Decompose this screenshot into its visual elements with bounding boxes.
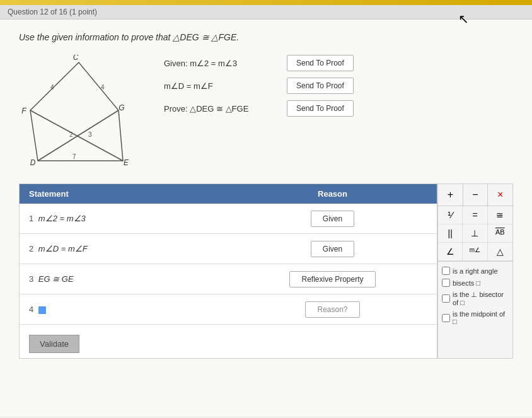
table-row: 4 Reason? bbox=[20, 294, 437, 325]
svg-line-2 bbox=[38, 110, 119, 161]
row-1-statement: 1 m∠2 = m∠3 bbox=[20, 209, 228, 228]
send-to-proof-btn-1[interactable]: Send To Proof bbox=[287, 55, 354, 71]
option-perp-bisector-checkbox[interactable] bbox=[442, 294, 450, 303]
validate-button[interactable]: Validate bbox=[29, 335, 79, 353]
option-midpoint: is the midpoint of □ bbox=[442, 310, 509, 325]
svg-text:C: C bbox=[73, 55, 79, 62]
row-3-statement: 3 EG ≅ GE bbox=[20, 269, 228, 289]
side-options: is a right angle bisects □ is the ⊥ bise… bbox=[438, 262, 512, 334]
option-perp-bisector-label: is the ⊥ bisector of □ bbox=[453, 291, 509, 306]
proof-table: Statement Reason 1 m∠2 = m∠3 Given 2 m∠D… bbox=[19, 183, 437, 359]
add-button[interactable]: + bbox=[438, 184, 463, 206]
svg-text:F: F bbox=[21, 107, 26, 115]
symbol-parallel[interactable]: || bbox=[438, 224, 463, 243]
row-4-reason: Reason? bbox=[228, 296, 437, 323]
option-bisects: bisects □ bbox=[442, 279, 509, 287]
symbol-triangle[interactable]: △ bbox=[488, 243, 512, 261]
send-to-proof-btn-3[interactable]: Send To Proof bbox=[287, 100, 354, 117]
reason-btn-2[interactable]: Given bbox=[311, 241, 354, 257]
symbol-fraction[interactable]: ⅟ bbox=[438, 206, 463, 224]
svg-text:7: 7 bbox=[72, 153, 76, 160]
row-1-reason: Given bbox=[228, 206, 437, 232]
svg-marker-0 bbox=[30, 62, 123, 161]
symbol-angle[interactable]: ∠ bbox=[438, 243, 463, 261]
proof-table-container: Statement Reason 1 m∠2 = m∠3 Given 2 m∠D… bbox=[19, 183, 513, 359]
option-bisects-checkbox[interactable] bbox=[442, 279, 450, 287]
table-row: 1 m∠2 = m∠3 Given bbox=[20, 204, 437, 234]
reason-btn-4[interactable]: Reason? bbox=[305, 301, 359, 318]
table-row: 3 EG ≅ GE Reflexive Property bbox=[20, 264, 437, 294]
svg-text:D: D bbox=[30, 158, 36, 167]
problem-statement: Use the given information to prove that … bbox=[19, 32, 513, 42]
diagram-svg: C F D E G 4 4 2 3 7 bbox=[19, 55, 139, 168]
svg-text:G: G bbox=[119, 103, 124, 112]
given-text-1: Given: m∠2 = m∠3 bbox=[164, 59, 277, 68]
option-right-angle-label: is a right angle bbox=[453, 267, 498, 275]
diagram-area: C F D E G 4 4 2 3 7 bbox=[19, 55, 145, 171]
svg-text:4: 4 bbox=[101, 84, 105, 91]
given-text-2: m∠D = m∠F bbox=[164, 81, 277, 91]
option-bisects-label: bisects □ bbox=[453, 279, 480, 287]
symbol-congruent[interactable]: ≅ bbox=[488, 206, 512, 224]
close-button[interactable]: × bbox=[488, 184, 512, 206]
option-midpoint-label: is the midpoint of □ bbox=[453, 310, 509, 325]
svg-text:4: 4 bbox=[50, 84, 54, 91]
reason-btn-3[interactable]: Reflexive Property bbox=[289, 271, 375, 287]
symbol-equals[interactable]: = bbox=[463, 206, 487, 224]
svg-text:3: 3 bbox=[88, 131, 92, 138]
option-right-angle-checkbox[interactable] bbox=[442, 267, 450, 275]
upper-section: C F D E G 4 4 2 3 7 Given: m∠2 = m∠3 Sen… bbox=[19, 55, 513, 171]
svg-text:2: 2 bbox=[69, 131, 73, 138]
symbol-segment[interactable]: AB bbox=[488, 224, 512, 243]
subtract-button[interactable]: − bbox=[463, 184, 489, 206]
side-symbols: ⅟ = ≅ || ⊥ AB ∠ m∠ △ bbox=[438, 206, 512, 262]
question-label: Question 12 of 16 (1 point) bbox=[8, 8, 97, 16]
svg-line-1 bbox=[30, 110, 123, 161]
option-midpoint-checkbox[interactable] bbox=[442, 314, 450, 322]
given-row-2: m∠D = m∠F Send To Proof bbox=[164, 78, 513, 94]
svg-text:E: E bbox=[124, 158, 129, 167]
given-row-1: Given: m∠2 = m∠3 Send To Proof bbox=[164, 55, 513, 71]
side-panel-top: + − × bbox=[438, 184, 512, 206]
header-statement: Statement bbox=[20, 184, 228, 204]
row-4-empty-block bbox=[38, 306, 46, 314]
send-to-proof-btn-2[interactable]: Send To Proof bbox=[287, 78, 354, 94]
question-bar: Question 12 of 16 (1 point) bbox=[0, 5, 532, 20]
option-right-angle: is a right angle bbox=[442, 267, 509, 275]
side-panel: + − × ⅟ = ≅ || ⊥ AB ∠ m∠ △ is a right an… bbox=[437, 183, 513, 359]
option-perp-bisector: is the ⊥ bisector of □ bbox=[442, 291, 509, 306]
main-content: Use the given information to prove that … bbox=[0, 20, 532, 416]
symbol-mangle[interactable]: m∠ bbox=[463, 243, 487, 261]
given-text-3: Prove: △DEG ≅ △FGE bbox=[164, 104, 277, 113]
row-2-reason: Given bbox=[228, 236, 437, 262]
row-2-statement: 2 m∠D = m∠F bbox=[20, 239, 228, 258]
validate-area: Validate bbox=[20, 325, 437, 358]
row-3-reason: Reflexive Property bbox=[228, 266, 437, 293]
table-row: 2 m∠D = m∠F Given bbox=[20, 234, 437, 264]
given-row-3: Prove: △DEG ≅ △FGE Send To Proof bbox=[164, 100, 513, 117]
given-section: Given: m∠2 = m∠3 Send To Proof m∠D = m∠F… bbox=[164, 55, 513, 171]
top-bar bbox=[0, 0, 532, 5]
proof-table-header: Statement Reason bbox=[20, 184, 437, 204]
header-reason: Reason bbox=[228, 184, 437, 204]
row-4-statement: 4 bbox=[20, 299, 228, 319]
symbol-perpendicular[interactable]: ⊥ bbox=[463, 224, 487, 243]
reason-btn-1[interactable]: Given bbox=[311, 211, 354, 227]
